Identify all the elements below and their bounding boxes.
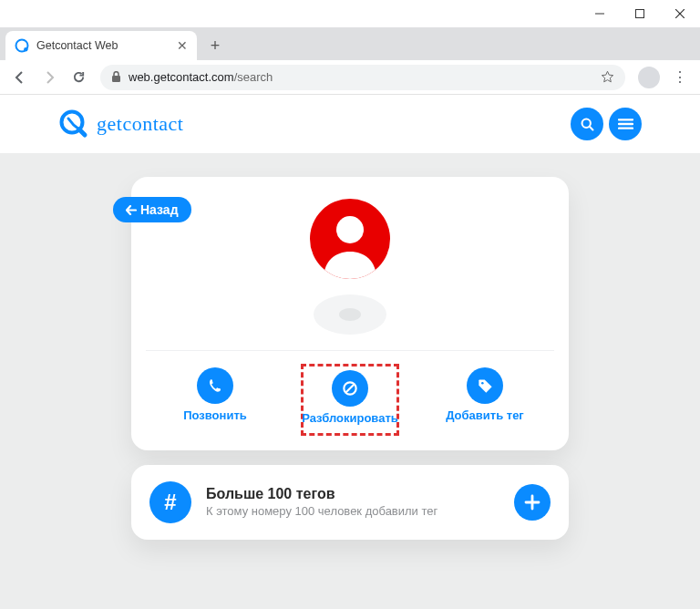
tags-subtitle: К этому номеру 100 человек добавили тег	[206, 504, 438, 518]
svg-line-17	[345, 384, 354, 392]
header-search-button[interactable]	[571, 108, 603, 140]
svg-rect-6	[112, 76, 120, 82]
brand-name: getcontact	[97, 112, 183, 136]
unblock-action[interactable]: Разблокировать	[301, 364, 399, 436]
svg-rect-1	[636, 10, 644, 18]
back-button[interactable]: Назад	[113, 197, 191, 222]
add-tag-action[interactable]: Добавить тег	[436, 367, 534, 436]
block-icon	[332, 370, 368, 407]
profile-avatar-icon[interactable]	[638, 67, 660, 88]
window-close-button[interactable]	[660, 0, 700, 27]
tag-icon	[467, 367, 503, 404]
back-label: Назад	[140, 202, 179, 217]
header-menu-button[interactable]	[609, 108, 642, 140]
window-minimize-button[interactable]	[580, 0, 620, 27]
add-tag-label: Добавить тег	[446, 409, 524, 423]
page-body: getcontact Назад	[0, 95, 700, 609]
window-titlebar	[0, 0, 700, 27]
arrow-left-icon	[126, 205, 137, 215]
svg-line-9	[590, 127, 592, 129]
svg-point-5	[24, 47, 27, 51]
tab-close-icon[interactable]: ✕	[177, 38, 188, 53]
browser-tab-strip: Getcontact Web ✕ +	[0, 27, 700, 60]
phone-icon	[197, 367, 233, 404]
brand-logo[interactable]: getcontact	[58, 108, 183, 139]
url-host: web.getcontact.com	[129, 70, 234, 84]
sound-wave-icon	[312, 292, 388, 337]
brand-logo-icon	[58, 108, 89, 139]
tab-title: Getcontact Web	[36, 39, 118, 52]
profile-card: Назад Позвони	[131, 177, 569, 450]
call-label: Позвонить	[183, 409, 247, 423]
tags-title: Больше 100 тегов	[206, 486, 438, 502]
svg-point-15	[339, 308, 361, 321]
nav-forward-button[interactable]	[36, 65, 62, 90]
svg-point-13	[336, 216, 364, 243]
browser-tab-active[interactable]: Getcontact Web ✕	[5, 31, 197, 60]
browser-toolbar: web.getcontact.com/search ⋮	[0, 60, 700, 95]
hash-icon: #	[149, 481, 191, 523]
lock-icon	[111, 71, 121, 83]
tab-favicon-icon	[15, 38, 29, 53]
tags-card: # Больше 100 тегов К этому номеру 100 че…	[131, 465, 569, 540]
bookmark-star-icon[interactable]	[601, 70, 614, 84]
add-tag-button[interactable]	[514, 484, 551, 521]
unblock-label: Разблокировать	[302, 412, 398, 426]
site-header: getcontact	[0, 95, 700, 153]
browser-menu-button[interactable]: ⋮	[667, 65, 693, 90]
svg-point-18	[481, 382, 484, 385]
new-tab-button[interactable]: +	[202, 33, 228, 58]
url-path: /search	[234, 70, 273, 84]
call-action[interactable]: Позвонить	[166, 367, 264, 436]
nav-back-button[interactable]	[7, 65, 33, 90]
nav-reload-button[interactable]	[66, 65, 91, 90]
contact-avatar	[310, 199, 390, 279]
window-maximize-button[interactable]	[620, 0, 660, 27]
address-bar[interactable]: web.getcontact.com/search	[100, 65, 625, 90]
